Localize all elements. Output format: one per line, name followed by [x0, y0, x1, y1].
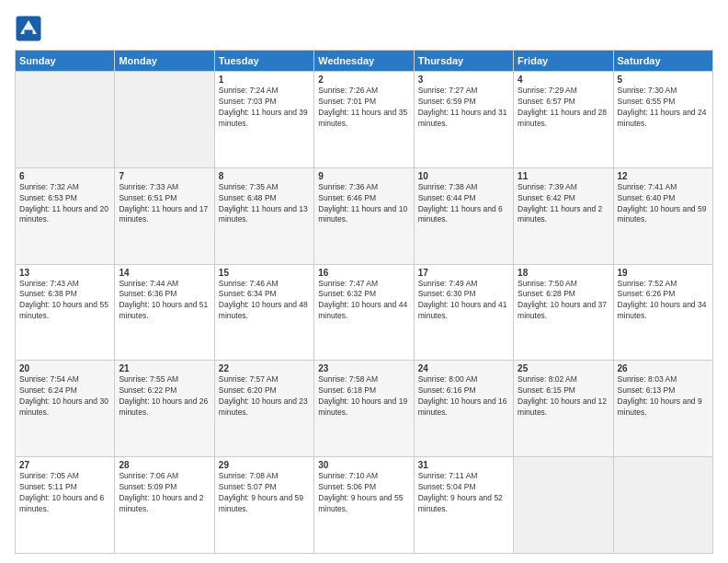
calendar-cell: 10Sunrise: 7:38 AMSunset: 6:44 PMDayligh… [414, 167, 513, 264]
sunrise-text: Sunrise: 7:33 AM [119, 182, 210, 193]
day-number: 10 [418, 171, 509, 181]
sunrise-text: Sunrise: 7:44 AM [119, 279, 210, 290]
calendar-cell [16, 72, 115, 168]
sunrise-text: Sunrise: 7:06 AM [119, 471, 210, 482]
calendar-cell: 5Sunrise: 7:30 AMSunset: 6:55 PMDaylight… [613, 72, 712, 168]
daylight-text: Daylight: 11 hours and 6 minutes. [418, 204, 509, 226]
sunrise-text: Sunrise: 7:57 AM [219, 374, 310, 385]
sunrise-text: Sunrise: 7:58 AM [318, 374, 409, 385]
calendar-cell: 7Sunrise: 7:33 AMSunset: 6:51 PMDaylight… [115, 167, 214, 264]
calendar-cell: 14Sunrise: 7:44 AMSunset: 6:36 PMDayligh… [115, 264, 214, 361]
daylight-text: Daylight: 10 hours and 48 minutes. [219, 300, 310, 322]
cell-content: Sunrise: 8:03 AMSunset: 6:13 PMDaylight:… [618, 374, 709, 419]
logo [15, 15, 46, 42]
sunrise-text: Sunrise: 7:30 AM [618, 86, 709, 97]
calendar-cell: 23Sunrise: 7:58 AMSunset: 6:18 PMDayligh… [314, 361, 414, 457]
calendar-cell: 17Sunrise: 7:49 AMSunset: 6:30 PMDayligh… [414, 264, 513, 361]
daylight-text: Daylight: 10 hours and 55 minutes. [19, 300, 110, 322]
day-number: 16 [318, 268, 409, 278]
day-number: 17 [418, 268, 509, 278]
daylight-text: Daylight: 10 hours and 6 minutes. [19, 493, 110, 515]
daylight-text: Daylight: 11 hours and 39 minutes. [219, 108, 310, 130]
day-number: 8 [219, 171, 310, 181]
sunrise-text: Sunrise: 8:03 AM [618, 374, 709, 385]
day-number: 25 [518, 363, 609, 373]
weekday-header-wednesday: Wednesday [314, 51, 414, 72]
sunset-text: Sunset: 6:51 PM [119, 193, 210, 204]
sunset-text: Sunset: 6:59 PM [418, 97, 509, 108]
sunset-text: Sunset: 6:36 PM [119, 289, 210, 300]
logo-icon [15, 15, 42, 42]
daylight-text: Daylight: 9 hours and 59 minutes. [219, 493, 310, 515]
sunrise-text: Sunrise: 7:32 AM [19, 182, 110, 193]
daylight-text: Daylight: 10 hours and 26 minutes. [119, 396, 210, 419]
day-number: 3 [418, 75, 509, 85]
calendar-cell: 18Sunrise: 7:50 AMSunset: 6:28 PMDayligh… [514, 264, 613, 361]
calendar-week-row: 6Sunrise: 7:32 AMSunset: 6:53 PMDaylight… [16, 167, 713, 264]
sunset-text: Sunset: 6:30 PM [418, 289, 509, 300]
sunrise-text: Sunrise: 7:11 AM [418, 471, 509, 482]
sunrise-text: Sunrise: 7:47 AM [318, 279, 409, 290]
sunset-text: Sunset: 6:26 PM [618, 289, 709, 300]
cell-content: Sunrise: 7:50 AMSunset: 6:28 PMDaylight:… [518, 279, 609, 323]
sunrise-text: Sunrise: 7:26 AM [318, 86, 409, 97]
calendar-cell: 13Sunrise: 7:43 AMSunset: 6:38 PMDayligh… [16, 264, 115, 361]
day-number: 30 [318, 460, 409, 470]
calendar-week-row: 1Sunrise: 7:24 AMSunset: 7:03 PMDaylight… [16, 72, 713, 168]
cell-content: Sunrise: 8:02 AMSunset: 6:15 PMDaylight:… [518, 374, 609, 419]
daylight-text: Daylight: 11 hours and 31 minutes. [418, 108, 509, 130]
day-number: 19 [618, 268, 709, 278]
cell-content: Sunrise: 7:29 AMSunset: 6:57 PMDaylight:… [518, 86, 609, 130]
calendar-table: SundayMondayTuesdayWednesdayThursdayFrid… [15, 50, 713, 554]
cell-content: Sunrise: 7:27 AMSunset: 6:59 PMDaylight:… [418, 86, 509, 130]
daylight-text: Daylight: 10 hours and 16 minutes. [418, 396, 509, 419]
sunset-text: Sunset: 6:16 PM [418, 385, 509, 396]
sunrise-text: Sunrise: 7:55 AM [119, 374, 210, 385]
sunset-text: Sunset: 6:18 PM [318, 385, 409, 396]
day-number: 31 [418, 460, 509, 470]
calendar-week-row: 20Sunrise: 7:54 AMSunset: 6:24 PMDayligh… [16, 361, 713, 457]
daylight-text: Daylight: 10 hours and 44 minutes. [318, 300, 409, 322]
calendar-cell: 24Sunrise: 8:00 AMSunset: 6:16 PMDayligh… [414, 361, 513, 457]
daylight-text: Daylight: 10 hours and 19 minutes. [318, 396, 409, 419]
calendar-cell: 1Sunrise: 7:24 AMSunset: 7:03 PMDaylight… [214, 72, 313, 168]
cell-content: Sunrise: 7:06 AMSunset: 5:09 PMDaylight:… [119, 471, 210, 515]
cell-content: Sunrise: 7:30 AMSunset: 6:55 PMDaylight:… [618, 86, 709, 130]
cell-content: Sunrise: 7:10 AMSunset: 5:06 PMDaylight:… [318, 471, 409, 515]
cell-content: Sunrise: 7:38 AMSunset: 6:44 PMDaylight:… [418, 182, 509, 226]
sunrise-text: Sunrise: 7:54 AM [19, 374, 110, 385]
cell-content: Sunrise: 7:24 AMSunset: 7:03 PMDaylight:… [219, 86, 310, 130]
sunrise-text: Sunrise: 7:05 AM [19, 471, 110, 482]
daylight-text: Daylight: 10 hours and 51 minutes. [119, 300, 210, 322]
cell-content: Sunrise: 7:08 AMSunset: 5:07 PMDaylight:… [219, 471, 310, 515]
sunrise-text: Sunrise: 7:38 AM [418, 182, 509, 193]
day-number: 4 [518, 75, 609, 85]
daylight-text: Daylight: 11 hours and 10 minutes. [318, 204, 409, 226]
daylight-text: Daylight: 10 hours and 41 minutes. [418, 300, 509, 322]
calendar-cell: 25Sunrise: 8:02 AMSunset: 6:15 PMDayligh… [514, 361, 613, 457]
sunset-text: Sunset: 7:03 PM [219, 97, 310, 108]
sunset-text: Sunset: 7:01 PM [318, 97, 409, 108]
sunset-text: Sunset: 6:28 PM [518, 289, 609, 300]
calendar-cell: 21Sunrise: 7:55 AMSunset: 6:22 PMDayligh… [115, 361, 214, 457]
sunset-text: Sunset: 6:57 PM [518, 97, 609, 108]
calendar-cell: 26Sunrise: 8:03 AMSunset: 6:13 PMDayligh… [613, 361, 712, 457]
header [15, 15, 713, 42]
calendar-cell: 19Sunrise: 7:52 AMSunset: 6:26 PMDayligh… [613, 264, 712, 361]
sunrise-text: Sunrise: 7:43 AM [19, 279, 110, 290]
cell-content: Sunrise: 7:32 AMSunset: 6:53 PMDaylight:… [19, 182, 110, 226]
cell-content: Sunrise: 8:00 AMSunset: 6:16 PMDaylight:… [418, 374, 509, 419]
sunrise-text: Sunrise: 7:52 AM [618, 279, 709, 290]
calendar-cell: 22Sunrise: 7:57 AMSunset: 6:20 PMDayligh… [214, 361, 313, 457]
day-number: 14 [119, 268, 210, 278]
sunrise-text: Sunrise: 7:08 AM [219, 471, 310, 482]
sunrise-text: Sunrise: 8:02 AM [518, 374, 609, 385]
sunrise-text: Sunrise: 7:27 AM [418, 86, 509, 97]
calendar-cell [514, 457, 613, 554]
cell-content: Sunrise: 7:58 AMSunset: 6:18 PMDaylight:… [318, 374, 409, 419]
cell-content: Sunrise: 7:35 AMSunset: 6:48 PMDaylight:… [219, 182, 310, 226]
day-number: 5 [618, 75, 709, 85]
calendar-header-row: SundayMondayTuesdayWednesdayThursdayFrid… [16, 51, 713, 72]
weekday-header-friday: Friday [514, 51, 613, 72]
sunset-text: Sunset: 6:44 PM [418, 193, 509, 204]
